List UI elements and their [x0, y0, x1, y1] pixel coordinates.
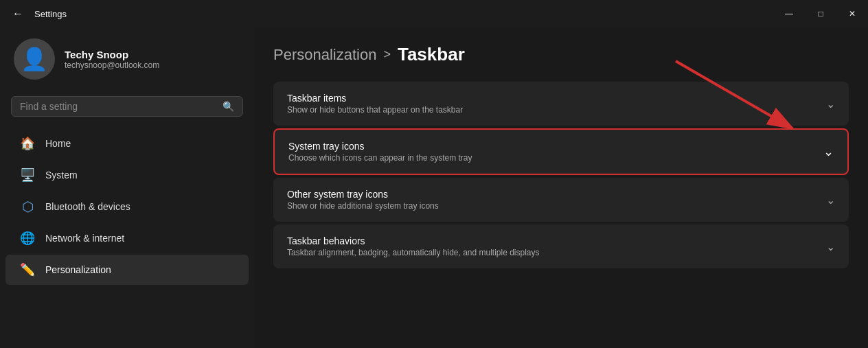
search-box[interactable]: 🔍 — [11, 96, 243, 117]
search-input[interactable] — [20, 101, 217, 112]
setting-title: Other system tray icons — [287, 189, 439, 200]
setting-desc: Taskbar alignment, badging, automaticall… — [287, 248, 540, 257]
setting-desc: Show or hide additional system tray icon… — [287, 201, 439, 211]
maximize-button[interactable]: □ — [805, 0, 836, 27]
nav-items: 🏠 Home 🖥️ System ⬡ Bluetooth & devices 🌐… — [0, 125, 254, 288]
breadcrumb-separator: > — [383, 47, 391, 62]
personalization-icon: ✏️ — [19, 262, 36, 278]
titlebar-left: ← Settings — [8, 5, 67, 23]
home-icon: 🏠 — [19, 135, 36, 152]
avatar-icon: 👤 — [21, 46, 48, 72]
setting-text: System tray icons Choose which icons can… — [288, 141, 472, 163]
close-button[interactable]: ✕ — [836, 0, 868, 27]
user-name: Techy Snoop — [65, 49, 159, 60]
setting-text: Other system tray icons Show or hide add… — [287, 189, 439, 211]
user-email: techysnoop@outlook.com — [65, 60, 159, 70]
content-area: Personalization > Taskbar Taskbar items … — [254, 27, 868, 348]
breadcrumb: Personalization > Taskbar — [273, 44, 849, 65]
chevron-down-icon: ⌄ — [826, 194, 835, 207]
sidebar-item-personalization[interactable]: ✏️ Personalization — [5, 255, 249, 285]
chevron-down-icon: ⌄ — [826, 240, 835, 253]
setting-item-taskbar-behaviors[interactable]: Taskbar behaviors Taskbar alignment, bad… — [273, 224, 849, 268]
network-icon: 🌐 — [19, 230, 36, 246]
setting-item-taskbar-items[interactable]: Taskbar items Show or hide buttons that … — [273, 82, 849, 126]
setting-title: System tray icons — [288, 141, 472, 152]
setting-desc: Show or hide buttons that appear on the … — [287, 105, 463, 115]
avatar: 👤 — [14, 38, 55, 80]
setting-text: Taskbar items Show or hide buttons that … — [287, 93, 463, 115]
breadcrumb-parent: Personalization — [273, 46, 376, 64]
sidebar-item-label: System — [45, 170, 78, 181]
main-layout: 👤 Techy Snoop techysnoop@outlook.com 🔍 🏠… — [0, 27, 868, 348]
setting-text: Taskbar behaviors Taskbar alignment, bad… — [287, 235, 540, 257]
sidebar-item-label: Bluetooth & devices — [45, 201, 130, 212]
sidebar-item-home[interactable]: 🏠 Home — [5, 128, 249, 159]
titlebar: ← Settings — □ ✕ — [0, 0, 868, 27]
sidebar: 👤 Techy Snoop techysnoop@outlook.com 🔍 🏠… — [0, 27, 254, 348]
minimize-button[interactable]: — — [773, 0, 805, 27]
search-container: 🔍 — [0, 91, 254, 125]
breadcrumb-current: Taskbar — [398, 44, 465, 65]
setting-item-other-tray[interactable]: Other system tray icons Show or hide add… — [273, 178, 849, 222]
user-info: Techy Snoop techysnoop@outlook.com — [65, 49, 159, 70]
sidebar-item-label: Network & internet — [45, 233, 124, 244]
sidebar-item-label: Home — [45, 138, 71, 149]
titlebar-controls: — □ ✕ — [773, 0, 868, 27]
search-icon: 🔍 — [222, 101, 234, 112]
bluetooth-icon: ⬡ — [19, 198, 36, 215]
sidebar-item-system[interactable]: 🖥️ System — [5, 160, 249, 190]
setting-title: Taskbar items — [287, 93, 463, 104]
setting-desc: Choose which icons can appear in the sys… — [288, 153, 472, 163]
back-button[interactable]: ← — [8, 5, 27, 23]
sidebar-item-label: Personalization — [45, 264, 111, 275]
sidebar-item-bluetooth[interactable]: ⬡ Bluetooth & devices — [5, 192, 249, 222]
user-profile[interactable]: 👤 Techy Snoop techysnoop@outlook.com — [0, 27, 254, 91]
setting-item-system-tray[interactable]: System tray icons Choose which icons can… — [273, 128, 849, 175]
chevron-down-icon: ⌄ — [826, 97, 835, 111]
setting-title: Taskbar behaviors — [287, 235, 540, 246]
sidebar-item-network[interactable]: 🌐 Network & internet — [5, 223, 249, 253]
chevron-down-icon: ⌄ — [823, 144, 834, 159]
system-icon: 🖥️ — [19, 167, 36, 183]
settings-list: Taskbar items Show or hide buttons that … — [273, 82, 849, 268]
app-title: Settings — [34, 9, 67, 19]
